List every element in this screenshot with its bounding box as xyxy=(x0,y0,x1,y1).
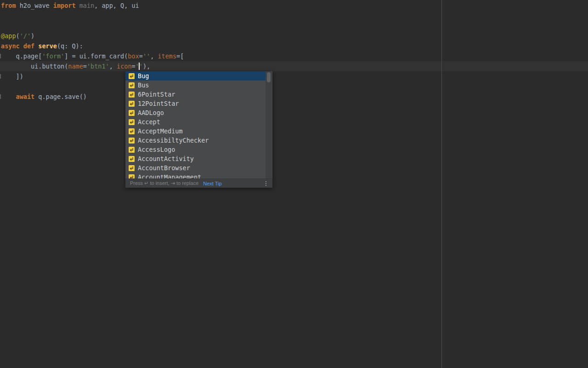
completion-item[interactable]: Accept xyxy=(125,117,266,126)
completion-item[interactable]: AccessLogo xyxy=(125,145,266,154)
code-line[interactable]: async def serve(q: Q): xyxy=(1,41,184,51)
autocomplete-popup: BugBus6PointStar12PointStarAADLogoAccept… xyxy=(125,71,272,188)
value-icon xyxy=(129,156,135,162)
code-editor[interactable]: from h2o_wave import main, app, Q, ui@ap… xyxy=(0,0,588,368)
completion-item-label: AccessLogo xyxy=(138,146,175,153)
completion-item-label: 12PointStar xyxy=(138,100,179,107)
value-icon xyxy=(129,110,135,116)
value-icon xyxy=(129,165,135,171)
completion-item[interactable]: AccessibiltyChecker xyxy=(125,136,266,145)
completion-item[interactable]: AccountBrowser xyxy=(125,163,266,172)
value-icon xyxy=(129,92,135,98)
completion-item[interactable]: AcceptMedium xyxy=(125,126,266,136)
code-line[interactable]: from h2o_wave import main, app, Q, ui xyxy=(1,0,184,11)
completion-item[interactable]: AADLogo xyxy=(125,108,266,117)
completion-item[interactable]: AccountActivity xyxy=(125,154,266,163)
popup-hint-bar: Press ↵ to insert, ⇥ to replace Next Tip xyxy=(125,178,272,188)
completion-item-label: Accept xyxy=(138,118,160,126)
code-line[interactable] xyxy=(1,21,184,31)
hint-text: Press ↵ to insert, ⇥ to replace xyxy=(130,180,198,186)
value-icon xyxy=(129,138,135,144)
completion-item-label: AccessibiltyChecker xyxy=(138,137,209,144)
completion-item-label: Bug xyxy=(138,72,149,80)
kebab-menu-icon[interactable] xyxy=(263,180,269,187)
completion-item-label: 6PointStar xyxy=(138,91,175,98)
value-icon xyxy=(129,128,135,134)
value-icon xyxy=(129,147,135,153)
popup-scrollbar-track[interactable] xyxy=(266,71,272,178)
value-icon xyxy=(129,119,135,125)
value-icon xyxy=(129,174,135,179)
code-line[interactable]: q.page['form'] = ui.form_card(box='', it… xyxy=(1,51,184,61)
completion-list: BugBus6PointStar12PointStarAADLogoAccept… xyxy=(125,71,272,178)
completion-item-label: AccountBrowser xyxy=(138,164,190,172)
completion-item-label: AcceptMedium xyxy=(138,127,183,135)
completion-item-label: Bus xyxy=(138,81,149,89)
completion-item-label: AADLogo xyxy=(138,109,164,116)
value-icon xyxy=(129,82,135,88)
completion-item-label: AccountActivity xyxy=(138,155,194,162)
completion-item[interactable]: 12PointStar xyxy=(125,99,266,108)
value-icon xyxy=(129,101,135,107)
popup-scrollbar-thumb[interactable] xyxy=(267,72,271,82)
completion-item[interactable]: AccountManagement xyxy=(125,172,266,178)
code-line[interactable]: ui.button(name='btn1', icon=''), xyxy=(1,61,184,71)
next-tip-link[interactable]: Next Tip xyxy=(203,181,221,186)
completion-item[interactable]: 6PointStar xyxy=(125,90,266,99)
completion-item[interactable]: Bug xyxy=(125,71,266,80)
right-margin-guide xyxy=(441,0,442,368)
value-icon xyxy=(129,73,135,79)
code-line[interactable] xyxy=(1,11,184,21)
completion-item[interactable]: Bus xyxy=(125,80,266,90)
completion-item-label: AccountManagement xyxy=(138,173,201,178)
code-line[interactable]: @app('/') xyxy=(1,31,184,41)
